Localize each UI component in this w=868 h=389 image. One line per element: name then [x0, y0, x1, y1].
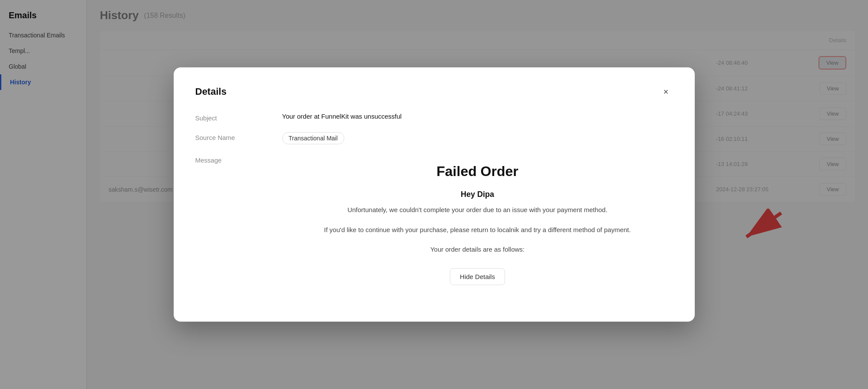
source-name-label: Source Name: [195, 132, 265, 141]
details-modal: Details × Subject Your order at FunnelKi…: [174, 67, 695, 322]
modal-header: Details ×: [195, 85, 673, 99]
email-preview: Failed Order Hey Dipa Unfortunately, we …: [282, 155, 673, 294]
email-preview-subheading: Hey Dipa: [300, 190, 656, 199]
email-preview-title: Failed Order: [300, 163, 656, 180]
modal-overlay[interactable]: Details × Subject Your order at FunnelKi…: [0, 0, 868, 389]
modal-title: Details: [195, 86, 227, 97]
source-name-badge: Transactional Mail: [282, 132, 344, 144]
email-preview-body-1: Unfortunately, we couldn't complete your…: [300, 204, 656, 216]
email-preview-body-2: If you'd like to continue with your purc…: [300, 224, 656, 236]
source-name-field: Source Name Transactional Mail: [195, 132, 673, 144]
subject-label: Subject: [195, 113, 265, 122]
subject-field: Subject Your order at FunnelKit was unsu…: [195, 113, 673, 122]
subject-value: Your order at FunnelKit was unsuccessful: [282, 113, 673, 120]
message-label: Message: [195, 155, 265, 164]
source-name-value: Transactional Mail: [282, 132, 673, 144]
message-value: Failed Order Hey Dipa Unfortunately, we …: [282, 155, 673, 294]
email-preview-body-3: Your order details are as follows:: [300, 244, 656, 255]
modal-close-button[interactable]: ×: [659, 85, 673, 99]
hide-details-button[interactable]: Hide Details: [450, 268, 505, 285]
message-field: Message Failed Order Hey Dipa Unfortunat…: [195, 155, 673, 294]
